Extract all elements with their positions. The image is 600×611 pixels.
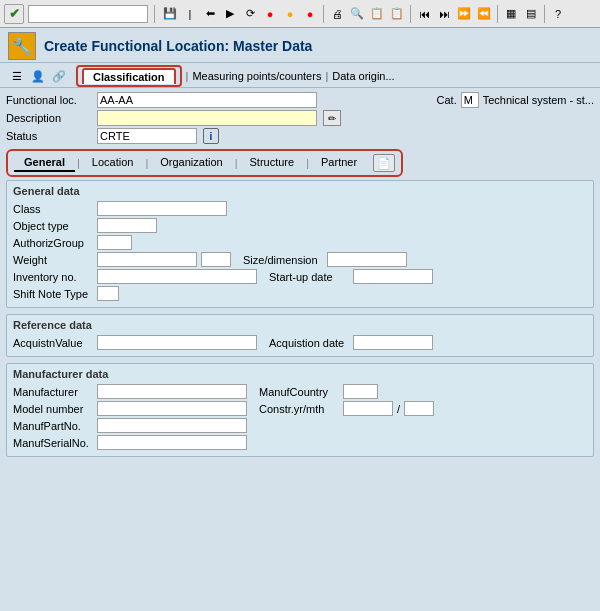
find-icon[interactable]: 🔍: [348, 5, 366, 23]
print-icon[interactable]: 🖨: [328, 5, 346, 23]
weight-row: Weight Size/dimension: [13, 252, 587, 267]
description-edit-button[interactable]: ✏: [323, 110, 341, 126]
separator-4: [497, 5, 498, 23]
manuf-serial-input[interactable]: [97, 435, 247, 450]
tab-location[interactable]: Location: [82, 154, 144, 172]
description-label: Description: [6, 112, 91, 124]
weight-unit-input[interactable]: [201, 252, 231, 267]
constr-mth-input[interactable]: [404, 401, 434, 416]
red-btn1[interactable]: ●: [261, 5, 279, 23]
object-type-input[interactable]: [97, 218, 157, 233]
shift-note-input[interactable]: [97, 286, 119, 301]
cat-input[interactable]: [461, 92, 479, 108]
tab-extra-icon[interactable]: 📄: [373, 154, 395, 172]
weight-label: Weight: [13, 254, 93, 266]
general-data-title: General data: [13, 185, 587, 197]
acquistion-date-input[interactable]: [353, 335, 433, 350]
status-row: Status i: [6, 128, 594, 144]
forward-icon[interactable]: ▶: [221, 5, 239, 23]
startup-date-input[interactable]: [353, 269, 433, 284]
header: 🔧 Create Functional Location: Master Dat…: [0, 28, 600, 63]
command-dropdown[interactable]: [28, 5, 148, 23]
authoriz-input[interactable]: [97, 235, 132, 250]
authoriz-label: AuthorizGroup: [13, 237, 93, 249]
size-dimension-label: Size/dimension: [243, 254, 323, 266]
classification-tab-wrapper: Classification: [76, 65, 182, 87]
weight-input[interactable]: [97, 252, 197, 267]
separator-1: [154, 5, 155, 23]
manuf-serial-label: ManufSerialNo.: [13, 437, 93, 449]
separator-3: [410, 5, 411, 23]
class-label: Class: [13, 203, 93, 215]
nav4-icon[interactable]: ⏪: [475, 5, 493, 23]
toolbar-icons: 💾 | ⬅ ▶ ⟳ ● ● ● 🖨 🔍 📋 📋 ⏮ ⏭ ⏩ ⏪ ▦ ▤ ?: [161, 5, 567, 23]
object-type-label: Object type: [13, 220, 93, 232]
red-btn3[interactable]: ●: [301, 5, 319, 23]
reference-data-section: Reference data AcquistnValue Acquistion …: [6, 314, 594, 357]
grid2-icon[interactable]: ▤: [522, 5, 540, 23]
clip2-icon[interactable]: 📋: [388, 5, 406, 23]
page-title: Create Functional Location: Master Data: [44, 38, 312, 54]
nav-icon3[interactable]: ⟳: [241, 5, 259, 23]
model-number-label: Model number: [13, 403, 93, 415]
separator-2: [323, 5, 324, 23]
tab-classification[interactable]: Classification: [82, 68, 176, 84]
shift-note-row: Shift Note Type: [13, 286, 587, 301]
nav1-icon[interactable]: ⏮: [415, 5, 433, 23]
manufacturer-row: Manufacturer ManufCountry: [13, 384, 587, 399]
tab-icon-3[interactable]: 🔗: [50, 67, 68, 85]
manuf-serial-row: ManufSerialNo.: [13, 435, 587, 450]
manufacturer-data-section: Manufacturer data Manufacturer ManufCoun…: [6, 363, 594, 457]
cat-field: Cat. Technical system - st...: [437, 92, 594, 108]
tab-data-origin[interactable]: Data origin...: [332, 70, 394, 82]
tab-partner[interactable]: Partner: [311, 154, 367, 172]
top-tab-icons: ☰ 👤 🔗: [8, 67, 68, 85]
status-input[interactable]: [97, 128, 197, 144]
class-row: Class: [13, 201, 587, 216]
tab-measuring-points[interactable]: Measuring points/counters: [192, 70, 321, 82]
shift-note-label: Shift Note Type: [13, 288, 93, 300]
object-type-row: Object type: [13, 218, 587, 233]
back-icon[interactable]: ⬅: [201, 5, 219, 23]
model-number-input[interactable]: [97, 401, 247, 416]
description-row: Description ✏: [6, 110, 594, 126]
header-icon: 🔧: [8, 32, 36, 60]
tab-icon-1[interactable]: ☰: [8, 67, 26, 85]
func-loc-label: Functional loc.: [6, 94, 91, 106]
authoriz-row: AuthorizGroup: [13, 235, 587, 250]
manuf-part-input[interactable]: [97, 418, 247, 433]
red-btn2[interactable]: ●: [281, 5, 299, 23]
check-button[interactable]: ✔: [4, 4, 24, 24]
tab-organization[interactable]: Organization: [150, 154, 232, 172]
separator-icon: |: [181, 5, 199, 23]
description-input[interactable]: [97, 110, 317, 126]
constr-yr-label: Constr.yr/mth: [259, 403, 339, 415]
acquistn-value-input[interactable]: [97, 335, 257, 350]
cat-desc: Technical system - st...: [483, 94, 594, 106]
main-toolbar: ✔ 💾 | ⬅ ▶ ⟳ ● ● ● 🖨 🔍 📋 📋 ⏮ ⏭ ⏩ ⏪ ▦ ▤ ?: [0, 0, 600, 28]
help-icon[interactable]: ?: [549, 5, 567, 23]
inventory-input[interactable]: [97, 269, 257, 284]
manuf-country-label: ManufCountry: [259, 386, 339, 398]
tab-icon-2[interactable]: 👤: [29, 67, 47, 85]
func-loc-row: Functional loc. Cat. Technical system - …: [6, 92, 594, 108]
nav3-icon[interactable]: ⏩: [455, 5, 473, 23]
manufacturer-input[interactable]: [97, 384, 247, 399]
tab-general[interactable]: General: [14, 154, 75, 172]
manuf-country-input[interactable]: [343, 384, 378, 399]
func-loc-input[interactable]: [97, 92, 317, 108]
save-icon[interactable]: 💾: [161, 5, 179, 23]
nav2-icon[interactable]: ⏭: [435, 5, 453, 23]
inner-tabbar: General | Location | Organization | Stru…: [6, 149, 403, 177]
size-dimension-input[interactable]: [327, 252, 407, 267]
tab-structure[interactable]: Structure: [240, 154, 305, 172]
separator-5: [544, 5, 545, 23]
class-input[interactable]: [97, 201, 227, 216]
grid1-icon[interactable]: ▦: [502, 5, 520, 23]
manufacturer-label: Manufacturer: [13, 386, 93, 398]
constr-yr-input[interactable]: [343, 401, 393, 416]
startup-date-label: Start-up date: [269, 271, 349, 283]
inventory-label: Inventory no.: [13, 271, 93, 283]
clip1-icon[interactable]: 📋: [368, 5, 386, 23]
info-icon[interactable]: i: [203, 128, 219, 144]
